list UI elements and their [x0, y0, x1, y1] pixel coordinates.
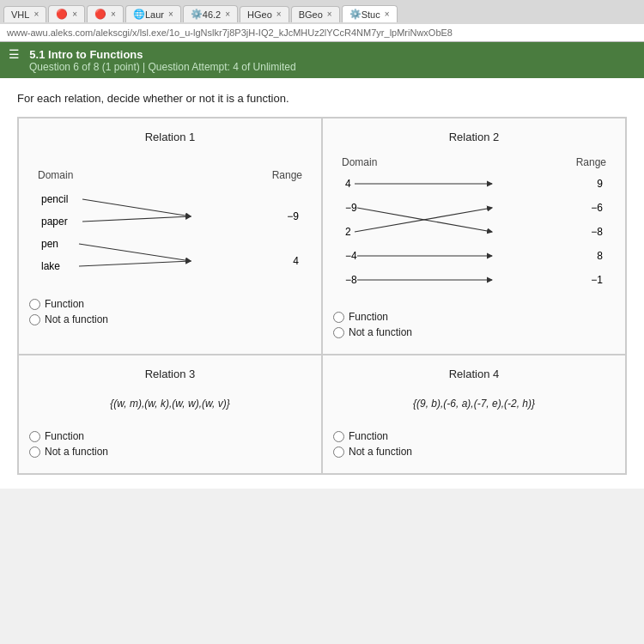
menu-icon[interactable]: ☰ [9, 47, 20, 61]
r4-not-function-label: Not a function [349, 446, 412, 458]
r1-not-function-option[interactable]: Not a function [29, 313, 311, 325]
tab-label: 46.2 [203, 9, 221, 20]
relation-1-title: Relation 1 [29, 131, 311, 143]
instruction: For each relation, decide whether or not… [17, 92, 627, 105]
relation-3-title: Relation 3 [29, 368, 311, 380]
r1-function-label: Function [45, 298, 84, 310]
tab-bar: VHL × 🔴 × 🔴 × 🌐 Laur × ⚙️ 46.2 × H Geo ×… [0, 0, 644, 24]
r4-function-radio[interactable] [333, 431, 344, 442]
tab-close-icon[interactable]: × [385, 9, 390, 19]
r1-not-function-label: Not a function [45, 313, 108, 325]
svg-line-0 [82, 199, 191, 216]
r2-radio-group: Function Not a function [333, 311, 615, 338]
relation-2-cell: Relation 2 Domain Range 4 −9 2 −4 −8 9 −… [322, 118, 626, 355]
url-text: www-awu.aleks.com/alekscgi/x/lsl.exe/1o_… [7, 27, 453, 38]
tab-close-icon[interactable]: × [276, 9, 282, 19]
r1-radio-group: Function Not a function [29, 298, 311, 325]
r3-set: {(w, m),(w, k),(w, w),(w, v)} [29, 398, 311, 410]
relation-4-cell: Relation 4 {(9, b),(-6, a),(-7, e),(-2, … [322, 355, 626, 474]
tab-close-icon[interactable]: × [111, 9, 116, 19]
r4-function-label: Function [349, 430, 388, 442]
tab-label: Stuc [361, 9, 380, 20]
r2-not-function-radio[interactable] [333, 327, 344, 338]
r2-function-radio[interactable] [333, 312, 344, 323]
r3-not-function-option[interactable]: Not a function [29, 446, 311, 458]
address-bar: www-awu.aleks.com/alekscgi/x/lsl.exe/1o_… [0, 24, 644, 42]
section-title: 5.1 Intro to Functions [29, 48, 143, 61]
r2-not-function-option[interactable]: Not a function [333, 326, 615, 338]
r4-radio-group: Function Not a function [333, 430, 615, 458]
tab-label: Geo [254, 9, 272, 20]
r4-function-option[interactable]: Function [333, 430, 615, 442]
r3-function-option[interactable]: Function [29, 430, 311, 442]
tab-geo1[interactable]: H Geo × [240, 6, 289, 22]
r2-not-function-label: Not a function [349, 326, 412, 338]
r2-arrows [333, 152, 615, 302]
svg-line-3 [79, 261, 191, 266]
relation-4-title: Relation 4 [333, 368, 615, 380]
r3-not-function-radio[interactable] [29, 447, 40, 458]
r3-function-radio[interactable] [29, 431, 40, 442]
r4-not-function-radio[interactable] [333, 447, 344, 458]
r3-radio-group: Function Not a function [29, 430, 311, 458]
tab-label: VHL [11, 9, 29, 20]
r1-arrows [29, 152, 311, 289]
main-content: For each relation, decide whether or not… [0, 78, 644, 489]
relation-3-cell: Relation 3 {(w, m),(w, k),(w, w),(w, v)}… [18, 355, 322, 474]
r1-not-function-radio[interactable] [29, 314, 40, 325]
question-info: Question 6 of 8 (1 point) | Question Att… [29, 61, 296, 73]
r1-function-option[interactable]: Function [29, 298, 311, 310]
tab-462[interactable]: ⚙️ 46.2 × [183, 5, 238, 22]
tab-vhl[interactable]: VHL × [3, 6, 46, 22]
r1-function-radio[interactable] [29, 299, 40, 310]
top-nav: ☰ 5.1 Intro to Functions Question 6 of 8… [0, 42, 644, 78]
tab-laur[interactable]: 🌐 Laur × [125, 5, 181, 22]
relation-1-cell: Relation 1 Domain Range pencil paper pen… [18, 118, 322, 355]
tab-stuc[interactable]: ⚙️ Stuc × [342, 5, 398, 22]
tab-close-icon[interactable]: × [72, 9, 77, 19]
relations-grid: Relation 1 Domain Range pencil paper pen… [17, 117, 627, 475]
svg-line-2 [79, 244, 191, 261]
r3-not-function-label: Not a function [45, 446, 108, 458]
r4-not-function-option[interactable]: Not a function [333, 446, 615, 458]
tab-2[interactable]: 🔴 × [48, 5, 85, 22]
r3-function-label: Function [45, 430, 84, 442]
tab-geo2[interactable]: B Geo × [291, 6, 340, 22]
svg-line-1 [82, 216, 191, 222]
tab-3[interactable]: 🔴 × [87, 5, 124, 22]
tab-close-icon[interactable]: × [327, 9, 332, 19]
tab-label: Laur [145, 9, 164, 20]
tab-label: Geo [305, 9, 323, 20]
relation-2-title: Relation 2 [333, 131, 615, 143]
r2-function-option[interactable]: Function [333, 311, 615, 323]
tab-close-icon[interactable]: × [225, 9, 230, 19]
r4-set: {(9, b),(-6, a),(-7, e),(-2, h)} [333, 398, 615, 410]
tab-close-icon[interactable]: × [168, 9, 173, 19]
tab-close-icon[interactable]: × [33, 9, 39, 19]
r2-function-label: Function [349, 311, 388, 323]
